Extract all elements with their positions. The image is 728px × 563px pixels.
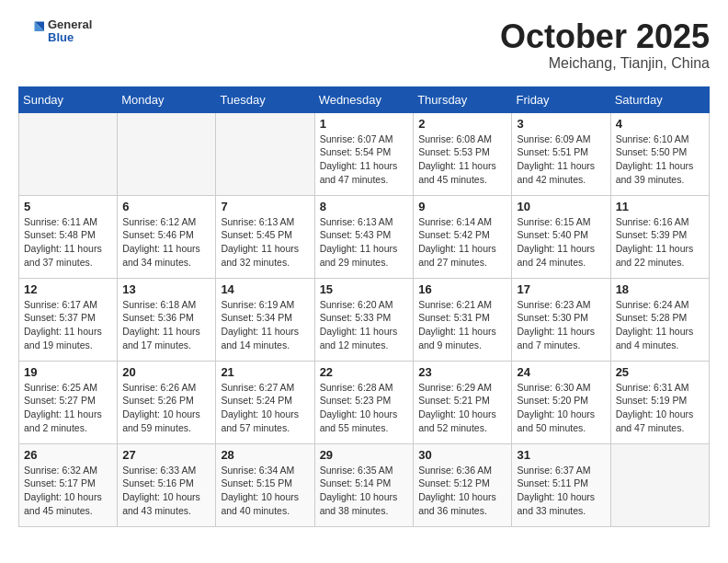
title-block: October 2025 Meichang, Tianjin, China <box>500 18 710 72</box>
day-number: 3 <box>517 117 605 131</box>
calendar-cell: 29Sunrise: 6:35 AM Sunset: 5:14 PM Dayli… <box>314 443 414 526</box>
day-info: Sunrise: 6:08 AM Sunset: 5:53 PM Dayligh… <box>418 132 506 187</box>
day-info: Sunrise: 6:32 AM Sunset: 5:17 PM Dayligh… <box>24 464 112 518</box>
day-info: Sunrise: 6:09 AM Sunset: 5:51 PM Dayligh… <box>517 132 605 187</box>
logo-icon <box>18 18 44 44</box>
calendar-cell <box>19 112 118 195</box>
calendar-cell: 6Sunrise: 6:12 AM Sunset: 5:46 PM Daylig… <box>118 195 216 278</box>
day-number: 18 <box>616 282 704 296</box>
weekday-header: Friday <box>512 86 610 112</box>
calendar-week-row: 12Sunrise: 6:17 AM Sunset: 5:37 PM Dayli… <box>19 278 710 361</box>
day-info: Sunrise: 6:15 AM Sunset: 5:40 PM Dayligh… <box>517 215 605 270</box>
day-number: 30 <box>418 448 506 462</box>
day-info: Sunrise: 6:19 AM Sunset: 5:34 PM Dayligh… <box>221 298 309 352</box>
calendar-cell: 3Sunrise: 6:09 AM Sunset: 5:51 PM Daylig… <box>512 112 610 195</box>
logo-general: General <box>48 18 92 31</box>
day-info: Sunrise: 6:33 AM Sunset: 5:16 PM Dayligh… <box>122 464 210 518</box>
calendar-cell: 18Sunrise: 6:24 AM Sunset: 5:28 PM Dayli… <box>610 278 709 361</box>
day-number: 5 <box>24 200 112 213</box>
day-info: Sunrise: 6:27 AM Sunset: 5:24 PM Dayligh… <box>221 381 309 435</box>
calendar-cell: 27Sunrise: 6:33 AM Sunset: 5:16 PM Dayli… <box>118 443 216 526</box>
page-header: General Blue October 2025 Meichang, Tian… <box>18 18 710 72</box>
calendar-week-row: 5Sunrise: 6:11 AM Sunset: 5:48 PM Daylig… <box>19 195 710 278</box>
calendar: SundayMondayTuesdayWednesdayThursdayFrid… <box>18 86 710 527</box>
day-info: Sunrise: 6:13 AM Sunset: 5:43 PM Dayligh… <box>320 215 409 270</box>
logo: General Blue <box>18 18 92 45</box>
day-number: 19 <box>24 365 112 379</box>
calendar-cell: 10Sunrise: 6:15 AM Sunset: 5:40 PM Dayli… <box>512 195 610 278</box>
day-number: 4 <box>616 117 704 131</box>
calendar-cell: 14Sunrise: 6:19 AM Sunset: 5:34 PM Dayli… <box>216 278 314 361</box>
calendar-cell: 28Sunrise: 6:34 AM Sunset: 5:15 PM Dayli… <box>216 443 314 526</box>
calendar-week-row: 1Sunrise: 6:07 AM Sunset: 5:54 PM Daylig… <box>19 112 710 195</box>
location: Meichang, Tianjin, China <box>500 55 710 72</box>
day-info: Sunrise: 6:11 AM Sunset: 5:48 PM Dayligh… <box>24 215 112 270</box>
day-info: Sunrise: 6:37 AM Sunset: 5:11 PM Dayligh… <box>517 464 605 518</box>
day-number: 15 <box>320 282 409 296</box>
calendar-cell: 15Sunrise: 6:20 AM Sunset: 5:33 PM Dayli… <box>314 278 414 361</box>
day-info: Sunrise: 6:29 AM Sunset: 5:21 PM Dayligh… <box>418 381 506 435</box>
calendar-cell: 8Sunrise: 6:13 AM Sunset: 5:43 PM Daylig… <box>314 195 414 278</box>
calendar-cell: 16Sunrise: 6:21 AM Sunset: 5:31 PM Dayli… <box>414 278 512 361</box>
day-number: 29 <box>320 448 409 462</box>
day-info: Sunrise: 6:18 AM Sunset: 5:36 PM Dayligh… <box>122 298 210 352</box>
day-number: 9 <box>418 200 506 213</box>
day-info: Sunrise: 6:21 AM Sunset: 5:31 PM Dayligh… <box>418 298 506 352</box>
day-number: 20 <box>122 365 210 379</box>
day-info: Sunrise: 6:36 AM Sunset: 5:12 PM Dayligh… <box>418 464 506 518</box>
day-info: Sunrise: 6:31 AM Sunset: 5:19 PM Dayligh… <box>616 381 704 435</box>
calendar-cell: 11Sunrise: 6:16 AM Sunset: 5:39 PM Dayli… <box>610 195 709 278</box>
day-number: 16 <box>418 282 506 296</box>
day-info: Sunrise: 6:30 AM Sunset: 5:20 PM Dayligh… <box>517 381 605 435</box>
day-info: Sunrise: 6:24 AM Sunset: 5:28 PM Dayligh… <box>616 298 704 352</box>
day-number: 22 <box>320 365 409 379</box>
calendar-week-row: 26Sunrise: 6:32 AM Sunset: 5:17 PM Dayli… <box>19 443 710 526</box>
weekday-header: Thursday <box>414 86 512 112</box>
calendar-cell: 31Sunrise: 6:37 AM Sunset: 5:11 PM Dayli… <box>512 443 610 526</box>
calendar-cell: 25Sunrise: 6:31 AM Sunset: 5:19 PM Dayli… <box>610 361 709 443</box>
day-number: 12 <box>24 282 112 296</box>
calendar-cell: 30Sunrise: 6:36 AM Sunset: 5:12 PM Dayli… <box>414 443 512 526</box>
day-number: 17 <box>517 282 605 296</box>
day-number: 11 <box>616 200 704 213</box>
day-number: 13 <box>122 282 210 296</box>
day-info: Sunrise: 6:16 AM Sunset: 5:39 PM Dayligh… <box>616 215 704 270</box>
month-title: October 2025 <box>500 18 710 55</box>
weekday-header: Tuesday <box>216 86 314 112</box>
day-number: 1 <box>320 117 409 131</box>
calendar-cell: 13Sunrise: 6:18 AM Sunset: 5:36 PM Dayli… <box>118 278 216 361</box>
weekday-header: Sunday <box>19 86 118 112</box>
calendar-cell: 23Sunrise: 6:29 AM Sunset: 5:21 PM Dayli… <box>414 361 512 443</box>
calendar-cell: 1Sunrise: 6:07 AM Sunset: 5:54 PM Daylig… <box>314 112 414 195</box>
day-info: Sunrise: 6:23 AM Sunset: 5:30 PM Dayligh… <box>517 298 605 352</box>
day-number: 10 <box>517 200 605 213</box>
calendar-cell: 17Sunrise: 6:23 AM Sunset: 5:30 PM Dayli… <box>512 278 610 361</box>
calendar-cell: 21Sunrise: 6:27 AM Sunset: 5:24 PM Dayli… <box>216 361 314 443</box>
day-number: 28 <box>221 448 309 462</box>
calendar-cell: 2Sunrise: 6:08 AM Sunset: 5:53 PM Daylig… <box>414 112 512 195</box>
day-number: 6 <box>122 200 210 213</box>
day-info: Sunrise: 6:13 AM Sunset: 5:45 PM Dayligh… <box>221 215 309 270</box>
weekday-header: Wednesday <box>314 86 414 112</box>
calendar-cell: 19Sunrise: 6:25 AM Sunset: 5:27 PM Dayli… <box>19 361 118 443</box>
day-info: Sunrise: 6:28 AM Sunset: 5:23 PM Dayligh… <box>320 381 409 435</box>
calendar-cell <box>216 112 314 195</box>
day-number: 7 <box>221 200 309 213</box>
day-number: 21 <box>221 365 309 379</box>
day-number: 2 <box>418 117 506 131</box>
calendar-cell: 26Sunrise: 6:32 AM Sunset: 5:17 PM Dayli… <box>19 443 118 526</box>
day-number: 8 <box>320 200 409 213</box>
day-number: 27 <box>122 448 210 462</box>
calendar-cell: 9Sunrise: 6:14 AM Sunset: 5:42 PM Daylig… <box>414 195 512 278</box>
day-number: 25 <box>616 365 704 379</box>
logo-text: General Blue <box>48 18 92 45</box>
logo-blue: Blue <box>48 31 92 44</box>
calendar-cell: 5Sunrise: 6:11 AM Sunset: 5:48 PM Daylig… <box>19 195 118 278</box>
day-info: Sunrise: 6:14 AM Sunset: 5:42 PM Dayligh… <box>418 215 506 270</box>
day-number: 26 <box>24 448 112 462</box>
calendar-cell: 22Sunrise: 6:28 AM Sunset: 5:23 PM Dayli… <box>314 361 414 443</box>
day-number: 23 <box>418 365 506 379</box>
calendar-week-row: 19Sunrise: 6:25 AM Sunset: 5:27 PM Dayli… <box>19 361 710 443</box>
day-number: 31 <box>517 448 605 462</box>
day-info: Sunrise: 6:07 AM Sunset: 5:54 PM Dayligh… <box>320 132 409 187</box>
